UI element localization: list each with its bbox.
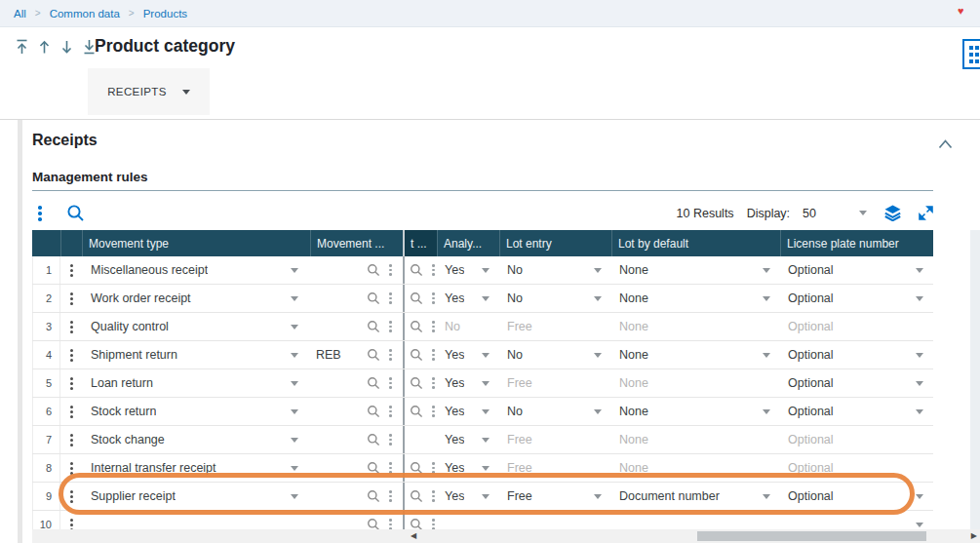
lot-entry-cell[interactable]: No bbox=[499, 341, 611, 368]
scrollbar-thumb[interactable] bbox=[697, 531, 926, 541]
cell-menu-icon[interactable] bbox=[430, 488, 437, 503]
column-header-license_plate[interactable]: License plate number bbox=[780, 230, 933, 256]
movement-type-cell[interactable]: Quality control bbox=[82, 313, 310, 340]
breadcrumb-item-common-data[interactable]: Common data bbox=[50, 8, 120, 19]
truncated-column-cell[interactable] bbox=[403, 256, 437, 284]
magnifier-icon[interactable] bbox=[410, 320, 423, 333]
cell-menu-icon[interactable] bbox=[387, 319, 394, 333]
magnifier-icon[interactable] bbox=[367, 489, 380, 503]
analy-cell[interactable]: Yes bbox=[437, 398, 499, 425]
license-plate-cell[interactable]: Optional bbox=[780, 285, 933, 312]
column-header-num[interactable] bbox=[32, 230, 60, 256]
row-actions-button[interactable] bbox=[60, 341, 82, 368]
analy-cell[interactable]: Yes bbox=[437, 285, 499, 312]
analy-cell[interactable]: Yes bbox=[437, 341, 499, 368]
cell-menu-icon[interactable] bbox=[430, 375, 437, 390]
movement-code-cell[interactable] bbox=[310, 426, 403, 453]
cell-menu-icon[interactable] bbox=[430, 291, 437, 305]
movement-code-cell[interactable] bbox=[310, 313, 403, 340]
movement-code-cell[interactable]: REB bbox=[310, 341, 403, 368]
cell-menu-icon[interactable] bbox=[387, 347, 394, 362]
lot-entry-cell[interactable]: No bbox=[499, 398, 611, 425]
lot-default-cell[interactable]: Document number bbox=[611, 483, 780, 510]
analy-cell[interactable]: Yes bbox=[437, 454, 499, 482]
cell-menu-icon[interactable] bbox=[387, 262, 394, 277]
lot-entry-cell[interactable]: Free bbox=[499, 483, 611, 510]
license-plate-cell[interactable]: Optional bbox=[780, 369, 933, 397]
column-header-analy[interactable]: Analy... bbox=[437, 230, 499, 256]
breadcrumb-item-products[interactable]: Products bbox=[143, 8, 187, 19]
cell-menu-icon[interactable] bbox=[430, 460, 437, 475]
movement-code-cell[interactable] bbox=[310, 256, 403, 284]
row-actions-button[interactable] bbox=[60, 256, 82, 284]
lot-default-cell[interactable]: None bbox=[611, 341, 780, 368]
magnifier-icon[interactable] bbox=[410, 376, 423, 390]
movement-code-cell[interactable] bbox=[310, 483, 403, 510]
magnifier-icon[interactable] bbox=[367, 461, 380, 475]
first-record-button[interactable] bbox=[13, 38, 30, 56]
previous-record-button[interactable] bbox=[35, 38, 53, 56]
truncated-column-cell[interactable] bbox=[403, 483, 437, 510]
breadcrumb-item-all[interactable]: All bbox=[14, 8, 26, 19]
scroll-left-icon[interactable]: ◀ bbox=[411, 529, 416, 543]
movement-type-cell[interactable]: Supplier receipt bbox=[82, 483, 310, 510]
magnifier-icon[interactable] bbox=[367, 320, 380, 333]
collapse-section-button[interactable] bbox=[938, 136, 953, 153]
scroll-right-icon[interactable]: ▶ bbox=[971, 529, 977, 543]
row-actions-button[interactable] bbox=[60, 398, 82, 425]
license-plate-cell[interactable]: Optional bbox=[780, 341, 933, 368]
analy-cell[interactable]: Yes bbox=[437, 426, 499, 453]
magnifier-icon[interactable] bbox=[410, 461, 423, 475]
column-header-lot_default[interactable]: Lot by default bbox=[611, 230, 780, 256]
magnifier-icon[interactable] bbox=[410, 291, 423, 305]
movement-type-cell[interactable]: Shipment return bbox=[82, 341, 310, 368]
cell-menu-icon[interactable] bbox=[430, 347, 437, 362]
magnifier-icon[interactable] bbox=[410, 489, 423, 503]
magnifier-icon[interactable] bbox=[367, 263, 380, 277]
right-panel-button[interactable] bbox=[962, 39, 980, 69]
movement-type-cell[interactable]: Stock change bbox=[82, 426, 310, 453]
magnifier-icon[interactable] bbox=[367, 348, 380, 362]
display-value[interactable]: 50 bbox=[803, 207, 816, 220]
magnifier-icon[interactable] bbox=[367, 376, 380, 390]
column-header-lot_entry[interactable]: Lot entry bbox=[499, 230, 611, 256]
row-actions-button[interactable] bbox=[60, 454, 82, 482]
magnifier-icon[interactable] bbox=[410, 405, 423, 418]
cell-menu-icon[interactable] bbox=[387, 460, 394, 475]
cell-menu-icon[interactable] bbox=[387, 404, 394, 418]
truncated-column-cell[interactable] bbox=[403, 398, 437, 425]
truncated-column-cell[interactable] bbox=[403, 313, 437, 340]
row-actions-button[interactable] bbox=[60, 313, 82, 340]
cell-menu-icon[interactable] bbox=[387, 375, 394, 390]
row-actions-button[interactable] bbox=[60, 426, 82, 453]
display-dropdown-caret[interactable] bbox=[859, 211, 867, 215]
movement-code-cell[interactable] bbox=[310, 398, 403, 425]
row-actions-button[interactable] bbox=[60, 285, 82, 312]
next-record-button[interactable] bbox=[58, 38, 75, 56]
cell-menu-icon[interactable] bbox=[430, 319, 437, 333]
magnifier-icon[interactable] bbox=[367, 405, 380, 418]
lot-entry-cell[interactable]: No bbox=[499, 256, 611, 284]
movement-code-cell[interactable] bbox=[310, 369, 403, 397]
movement-type-cell[interactable]: Internal transfer receipt bbox=[82, 454, 310, 482]
magnifier-icon[interactable] bbox=[410, 263, 423, 277]
truncated-column-cell[interactable] bbox=[403, 285, 437, 312]
license-plate-cell[interactable]: Optional bbox=[780, 483, 933, 510]
horizontal-scrollbar[interactable]: ◀ ▶ bbox=[32, 529, 980, 543]
lot-default-cell[interactable]: None bbox=[611, 256, 780, 284]
lot-entry-cell[interactable]: No bbox=[499, 285, 611, 312]
lot-default-cell[interactable]: None bbox=[611, 398, 780, 425]
truncated-column-cell[interactable] bbox=[403, 341, 437, 368]
movement-type-cell[interactable]: Work order receipt bbox=[82, 285, 310, 312]
cell-menu-icon[interactable] bbox=[430, 404, 437, 418]
expand-icon[interactable] bbox=[919, 206, 933, 220]
license-plate-cell[interactable]: Optional bbox=[780, 256, 933, 284]
magnifier-icon[interactable] bbox=[367, 291, 380, 305]
column-header-t[interactable]: t ... bbox=[403, 230, 437, 256]
cell-menu-icon[interactable] bbox=[387, 291, 394, 305]
cell-menu-icon[interactable] bbox=[387, 432, 394, 446]
movement-type-cell[interactable]: Loan return bbox=[82, 369, 310, 397]
row-actions-button[interactable] bbox=[60, 369, 82, 397]
row-actions-button[interactable] bbox=[60, 483, 82, 510]
lot-default-cell[interactable]: None bbox=[611, 285, 780, 312]
